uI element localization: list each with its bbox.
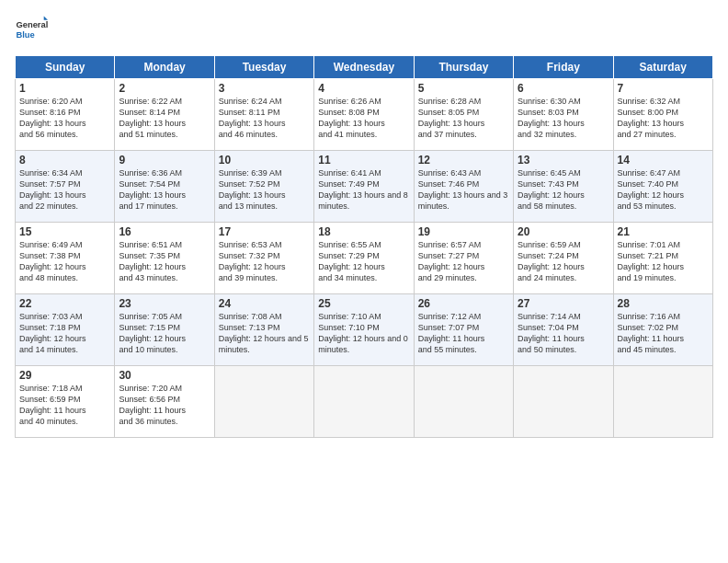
table-row: 14 Sunrise: 6:47 AM Sunset: 7:40 PM Dayl… — [613, 151, 712, 223]
table-row: 1 Sunrise: 6:20 AM Sunset: 8:16 PM Dayli… — [16, 79, 115, 151]
cell-info: Sunrise: 7:10 AM Sunset: 7:10 PM Dayligh… — [318, 311, 409, 356]
day-number: 9 — [119, 154, 210, 167]
cell-info: Sunrise: 6:22 AM Sunset: 8:14 PM Dayligh… — [119, 96, 210, 141]
day-number: 25 — [318, 297, 409, 310]
col-friday: Friday — [514, 56, 613, 79]
cell-info: Sunrise: 6:51 AM Sunset: 7:35 PM Dayligh… — [119, 239, 210, 284]
cell-info: Sunrise: 6:59 AM Sunset: 7:24 PM Dayligh… — [518, 239, 609, 284]
logo-icon: General Blue — [15, 15, 48, 48]
table-row: 24 Sunrise: 7:08 AM Sunset: 7:13 PM Dayl… — [214, 294, 313, 366]
cell-info: Sunrise: 7:05 AM Sunset: 7:15 PM Dayligh… — [119, 311, 210, 356]
table-row: 12 Sunrise: 6:43 AM Sunset: 7:46 PM Dayl… — [414, 151, 513, 223]
day-number: 26 — [418, 297, 509, 310]
table-row: 4 Sunrise: 6:26 AM Sunset: 8:08 PM Dayli… — [314, 79, 414, 151]
cell-info: Sunrise: 6:28 AM Sunset: 8:05 PM Dayligh… — [418, 96, 509, 141]
table-row: 8 Sunrise: 6:34 AM Sunset: 7:57 PM Dayli… — [16, 151, 115, 223]
cell-info: Sunrise: 6:34 AM Sunset: 7:57 PM Dayligh… — [19, 167, 110, 213]
cell-info: Sunrise: 7:08 AM Sunset: 7:13 PM Dayligh… — [219, 311, 310, 356]
calendar-header-row: Sunday Monday Tuesday Wednesday Thursday… — [16, 56, 713, 79]
col-thursday: Thursday — [414, 56, 513, 79]
table-row — [613, 366, 712, 438]
cell-info: Sunrise: 6:47 AM Sunset: 7:40 PM Dayligh… — [618, 167, 709, 213]
page-header: General Blue — [15, 15, 713, 48]
cell-info: Sunrise: 6:20 AM Sunset: 8:16 PM Dayligh… — [19, 96, 110, 141]
day-number: 4 — [318, 82, 409, 95]
table-row: 26 Sunrise: 7:12 AM Sunset: 7:07 PM Dayl… — [414, 294, 513, 366]
cell-info: Sunrise: 6:53 AM Sunset: 7:32 PM Dayligh… — [219, 239, 310, 284]
table-row: 30 Sunrise: 7:20 AM Sunset: 6:56 PM Dayl… — [115, 366, 214, 438]
day-number: 15 — [19, 225, 110, 238]
col-tuesday: Tuesday — [214, 56, 313, 79]
svg-text:General: General — [16, 20, 48, 29]
calendar-week-row: 1 Sunrise: 6:20 AM Sunset: 8:16 PM Dayli… — [16, 79, 713, 151]
table-row — [314, 366, 414, 438]
cell-info: Sunrise: 7:01 AM Sunset: 7:21 PM Dayligh… — [618, 239, 709, 284]
calendar-week-row: 29 Sunrise: 7:18 AM Sunset: 6:59 PM Dayl… — [16, 366, 713, 438]
cell-info: Sunrise: 6:30 AM Sunset: 8:03 PM Dayligh… — [518, 96, 609, 141]
day-number: 23 — [119, 297, 210, 310]
cell-info: Sunrise: 7:12 AM Sunset: 7:07 PM Dayligh… — [418, 311, 509, 356]
day-number: 19 — [418, 225, 509, 238]
table-row: 27 Sunrise: 7:14 AM Sunset: 7:04 PM Dayl… — [514, 294, 613, 366]
logo: General Blue — [15, 15, 48, 48]
day-number: 8 — [19, 154, 110, 167]
cell-info: Sunrise: 7:16 AM Sunset: 7:02 PM Dayligh… — [618, 311, 709, 356]
cell-info: Sunrise: 6:36 AM Sunset: 7:54 PM Dayligh… — [119, 167, 210, 213]
cell-info: Sunrise: 6:43 AM Sunset: 7:46 PM Dayligh… — [418, 167, 509, 213]
day-number: 3 — [219, 82, 310, 95]
cell-info: Sunrise: 6:55 AM Sunset: 7:29 PM Dayligh… — [318, 239, 409, 284]
calendar-week-row: 15 Sunrise: 6:49 AM Sunset: 7:38 PM Dayl… — [16, 223, 713, 294]
col-monday: Monday — [115, 56, 214, 79]
calendar-week-row: 22 Sunrise: 7:03 AM Sunset: 7:18 PM Dayl… — [16, 294, 713, 366]
day-number: 29 — [19, 369, 110, 382]
calendar-table: Sunday Monday Tuesday Wednesday Thursday… — [15, 55, 713, 438]
day-number: 12 — [418, 154, 509, 167]
day-number: 30 — [119, 369, 210, 382]
day-number: 22 — [19, 297, 110, 310]
table-row: 5 Sunrise: 6:28 AM Sunset: 8:05 PM Dayli… — [414, 79, 513, 151]
table-row: 22 Sunrise: 7:03 AM Sunset: 7:18 PM Dayl… — [16, 294, 115, 366]
cell-info: Sunrise: 6:45 AM Sunset: 7:43 PM Dayligh… — [518, 167, 609, 213]
table-row: 11 Sunrise: 6:41 AM Sunset: 7:49 PM Dayl… — [314, 151, 414, 223]
day-number: 1 — [19, 82, 110, 95]
day-number: 16 — [119, 225, 210, 238]
table-row: 16 Sunrise: 6:51 AM Sunset: 7:35 PM Dayl… — [115, 223, 214, 294]
table-row — [414, 366, 513, 438]
day-number: 10 — [219, 154, 310, 167]
cell-info: Sunrise: 6:57 AM Sunset: 7:27 PM Dayligh… — [418, 239, 509, 284]
table-row: 6 Sunrise: 6:30 AM Sunset: 8:03 PM Dayli… — [514, 79, 613, 151]
table-row: 2 Sunrise: 6:22 AM Sunset: 8:14 PM Dayli… — [115, 79, 214, 151]
cell-info: Sunrise: 7:20 AM Sunset: 6:56 PM Dayligh… — [119, 383, 210, 428]
table-row: 29 Sunrise: 7:18 AM Sunset: 6:59 PM Dayl… — [16, 366, 115, 438]
table-row: 7 Sunrise: 6:32 AM Sunset: 8:00 PM Dayli… — [613, 79, 712, 151]
day-number: 5 — [418, 82, 509, 95]
day-number: 20 — [518, 225, 609, 238]
table-row: 21 Sunrise: 7:01 AM Sunset: 7:21 PM Dayl… — [613, 223, 712, 294]
cell-info: Sunrise: 6:49 AM Sunset: 7:38 PM Dayligh… — [19, 239, 110, 284]
col-wednesday: Wednesday — [314, 56, 414, 79]
cell-info: Sunrise: 6:24 AM Sunset: 8:11 PM Dayligh… — [219, 96, 310, 141]
table-row: 20 Sunrise: 6:59 AM Sunset: 7:24 PM Dayl… — [514, 223, 613, 294]
day-number: 28 — [618, 297, 709, 310]
cell-info: Sunrise: 7:14 AM Sunset: 7:04 PM Dayligh… — [518, 311, 609, 356]
day-number: 24 — [219, 297, 310, 310]
cell-info: Sunrise: 7:03 AM Sunset: 7:18 PM Dayligh… — [19, 311, 110, 356]
table-row: 10 Sunrise: 6:39 AM Sunset: 7:52 PM Dayl… — [214, 151, 313, 223]
day-number: 21 — [618, 225, 709, 238]
table-row: 23 Sunrise: 7:05 AM Sunset: 7:15 PM Dayl… — [115, 294, 214, 366]
cell-info: Sunrise: 6:32 AM Sunset: 8:00 PM Dayligh… — [618, 96, 709, 141]
table-row: 19 Sunrise: 6:57 AM Sunset: 7:27 PM Dayl… — [414, 223, 513, 294]
cell-info: Sunrise: 6:39 AM Sunset: 7:52 PM Dayligh… — [219, 167, 310, 213]
table-row: 28 Sunrise: 7:16 AM Sunset: 7:02 PM Dayl… — [613, 294, 712, 366]
day-number: 7 — [618, 82, 709, 95]
table-row: 25 Sunrise: 7:10 AM Sunset: 7:10 PM Dayl… — [314, 294, 414, 366]
col-saturday: Saturday — [613, 56, 712, 79]
day-number: 27 — [518, 297, 609, 310]
calendar-week-row: 8 Sunrise: 6:34 AM Sunset: 7:57 PM Dayli… — [16, 151, 713, 223]
day-number: 13 — [518, 154, 609, 167]
table-row — [514, 366, 613, 438]
cell-info: Sunrise: 6:41 AM Sunset: 7:49 PM Dayligh… — [318, 167, 409, 213]
table-row: 9 Sunrise: 6:36 AM Sunset: 7:54 PM Dayli… — [115, 151, 214, 223]
day-number: 14 — [618, 154, 709, 167]
table-row: 13 Sunrise: 6:45 AM Sunset: 7:43 PM Dayl… — [514, 151, 613, 223]
